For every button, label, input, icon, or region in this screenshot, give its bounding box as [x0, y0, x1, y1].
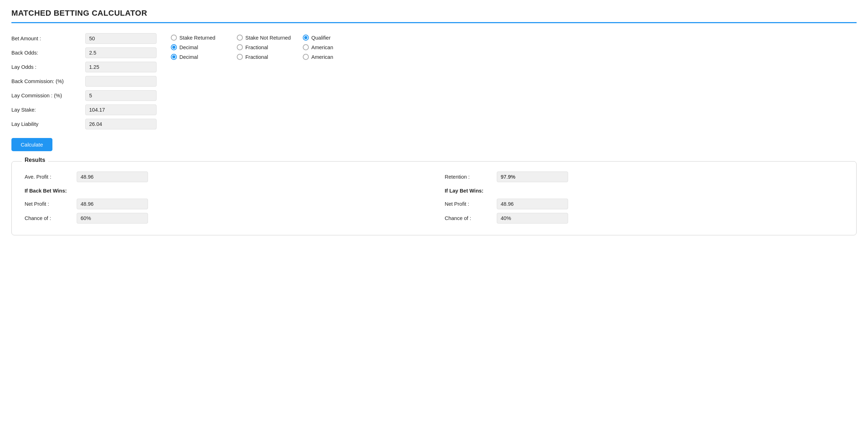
back-american-radio[interactable] — [303, 44, 309, 50]
ave-profit-label: Ave. Profit : — [25, 174, 71, 180]
lay-stake-label: Lay Stake: — [11, 107, 81, 113]
lay-american-option[interactable]: American — [303, 54, 369, 60]
back-odds-input[interactable] — [85, 47, 157, 58]
lay-liability-label: Lay Liability — [11, 121, 81, 127]
back-net-profit-row: Net Profit : — [25, 199, 423, 209]
retention-row: Retention : — [445, 172, 843, 182]
bet-amount-input[interactable] — [85, 33, 157, 44]
lay-decimal-option[interactable]: Decimal — [171, 54, 237, 60]
stake-not-returned-radio[interactable] — [237, 35, 243, 41]
top-divider — [11, 22, 857, 23]
back-odds-row: Back Odds: — [11, 47, 157, 58]
lay-decimal-radio[interactable] — [171, 54, 177, 60]
lay-commission-input[interactable] — [85, 90, 157, 101]
results-grid: Ave. Profit : If Back Bet Wins: Net Prof… — [25, 172, 843, 224]
lay-odds-row: Lay Odds : — [11, 62, 157, 72]
results-legend: Results — [22, 157, 48, 163]
options-row-2: Decimal Fractional American — [171, 44, 369, 50]
back-decimal-option[interactable]: Decimal — [171, 44, 237, 50]
back-net-profit-label: Net Profit : — [25, 201, 71, 207]
back-american-option[interactable]: American — [303, 44, 369, 50]
stake-returned-option[interactable]: Stake Returned — [171, 35, 237, 41]
back-commission-row: Back Commission: (%) — [11, 76, 157, 87]
options-row-1: Stake Returned Stake Not Returned Qualif… — [171, 35, 369, 41]
options-column: Stake Returned Stake Not Returned Qualif… — [171, 33, 369, 63]
lay-liability-input[interactable] — [85, 119, 157, 129]
lay-odds-input[interactable] — [85, 62, 157, 72]
options-row-3: Decimal Fractional American — [171, 54, 369, 60]
stake-not-returned-label: Stake Not Returned — [245, 35, 291, 41]
back-chance-input — [77, 213, 148, 224]
back-fractional-radio[interactable] — [237, 44, 243, 50]
retention-input — [497, 172, 568, 182]
lay-net-profit-row: Net Profit : — [445, 199, 843, 209]
qualifier-label: Qualifier — [311, 35, 331, 41]
bet-amount-label: Bet Amount : — [11, 36, 81, 41]
bet-amount-row: Bet Amount : — [11, 33, 157, 44]
lay-chance-label: Chance of : — [445, 215, 491, 221]
lay-american-radio[interactable] — [303, 54, 309, 60]
ave-profit-row: Ave. Profit : — [25, 172, 423, 182]
back-fractional-option[interactable]: Fractional — [237, 44, 303, 50]
lay-stake-row: Lay Stake: — [11, 104, 157, 115]
stake-returned-label: Stake Returned — [179, 35, 215, 41]
results-right-col: Retention : If Lay Bet Wins: Net Profit … — [445, 172, 843, 224]
back-chance-label: Chance of : — [25, 215, 71, 221]
lay-fractional-label: Fractional — [245, 54, 268, 60]
lay-odds-label: Lay Odds : — [11, 64, 81, 70]
qualifier-option[interactable]: Qualifier — [303, 35, 369, 41]
page-title: MATCHED BETTING CALCULATOR — [11, 9, 857, 18]
lay-american-label: American — [311, 54, 333, 60]
main-form: Bet Amount : Back Odds: Lay Odds : Back … — [11, 33, 857, 129]
lay-win-title: If Lay Bet Wins: — [445, 188, 843, 194]
lay-fractional-option[interactable]: Fractional — [237, 54, 303, 60]
lay-commission-row: Lay Commission : (%) — [11, 90, 157, 101]
back-win-title: If Back Bet Wins: — [25, 188, 423, 194]
lay-stake-input[interactable] — [85, 104, 157, 115]
ave-profit-input — [77, 172, 148, 182]
lay-chance-row: Chance of : — [445, 213, 843, 224]
retention-label: Retention : — [445, 174, 491, 180]
stake-returned-radio[interactable] — [171, 35, 177, 41]
back-fractional-label: Fractional — [245, 45, 268, 50]
back-decimal-radio[interactable] — [171, 44, 177, 50]
fields-column: Bet Amount : Back Odds: Lay Odds : Back … — [11, 33, 157, 129]
back-chance-row: Chance of : — [25, 213, 423, 224]
stake-not-returned-option[interactable]: Stake Not Returned — [237, 35, 303, 41]
calculate-button[interactable]: Calculate — [11, 138, 52, 151]
results-left-col: Ave. Profit : If Back Bet Wins: Net Prof… — [25, 172, 423, 224]
lay-chance-input — [497, 213, 568, 224]
lay-fractional-radio[interactable] — [237, 54, 243, 60]
back-decimal-label: Decimal — [179, 45, 198, 50]
back-commission-input[interactable] — [85, 76, 157, 87]
back-american-label: American — [311, 45, 333, 50]
qualifier-radio[interactable] — [303, 35, 309, 41]
back-odds-label: Back Odds: — [11, 50, 81, 56]
lay-liability-row: Lay Liability — [11, 119, 157, 129]
lay-commission-label: Lay Commission : (%) — [11, 93, 81, 98]
results-box: Results Ave. Profit : If Back Bet Wins: … — [11, 161, 857, 235]
lay-decimal-label: Decimal — [179, 54, 198, 60]
lay-net-profit-label: Net Profit : — [445, 201, 491, 207]
back-net-profit-input — [77, 199, 148, 209]
back-commission-label: Back Commission: (%) — [11, 78, 81, 84]
lay-net-profit-input — [497, 199, 568, 209]
